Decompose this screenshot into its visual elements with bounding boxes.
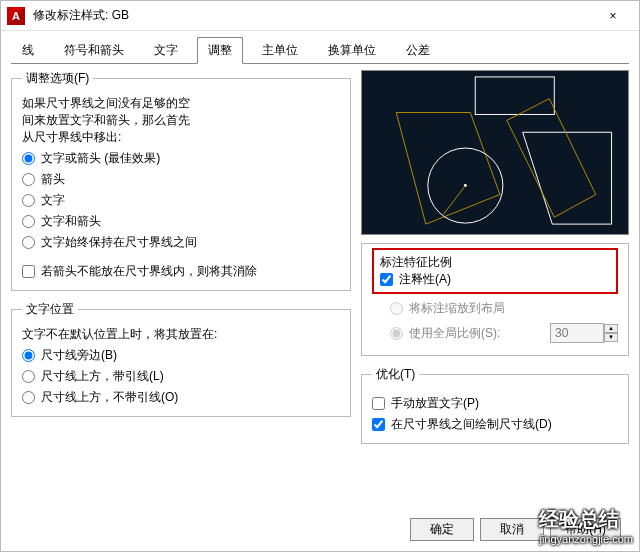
tune-manual-label: 手动放置文字(P): [391, 395, 479, 412]
tab-primary-units[interactable]: 主单位: [251, 37, 309, 64]
scale-radio-layout[interactable]: 将标注缩放到布局: [390, 300, 618, 317]
close-icon: ×: [609, 9, 616, 23]
fit-suppress-arrows-input[interactable]: [22, 265, 35, 278]
tab-alt-units[interactable]: 换算单位: [317, 37, 387, 64]
close-button[interactable]: ×: [593, 2, 633, 30]
fit-options-legend: 调整选项(F): [22, 70, 93, 87]
tabstrip: 线 符号和箭头 文字 调整 主单位 换算单位 公差: [1, 31, 639, 64]
tab-symbols-arrows[interactable]: 符号和箭头: [53, 37, 135, 64]
tab-text[interactable]: 文字: [143, 37, 189, 64]
fit-radio-keep-inside-label: 文字始终保持在尺寸界线之间: [41, 234, 197, 251]
tp-radio-over-leader-input[interactable]: [22, 370, 35, 383]
scale-radio-overall-label: 使用全局比例(S):: [409, 325, 500, 342]
right-column: 标注特征比例 注释性(A) 将标注缩放到布局 使用全局比例(S): ▲ ▼: [361, 70, 629, 454]
dim-preview: [361, 70, 629, 235]
fit-suppress-arrows[interactable]: 若箭头不能放在尺寸界线内，则将其消除: [22, 263, 340, 280]
spinner-buttons: ▲ ▼: [604, 324, 618, 342]
scale-overall-spinner[interactable]: ▲ ▼: [550, 323, 618, 343]
fit-radio-best-input[interactable]: [22, 152, 35, 165]
fit-radio-text-arrows-input[interactable]: [22, 215, 35, 228]
tab-tolerances[interactable]: 公差: [395, 37, 441, 64]
app-logo: A: [7, 7, 25, 25]
fit-radio-text[interactable]: 文字: [22, 192, 340, 209]
fit-radio-best[interactable]: 文字或箭头 (最佳效果): [22, 150, 340, 167]
fit-intro-1: 如果尺寸界线之间没有足够的空: [22, 95, 340, 112]
fit-radio-text-label: 文字: [41, 192, 65, 209]
fit-options-group: 调整选项(F) 如果尺寸界线之间没有足够的空 间来放置文字和箭头，那么首先 从尺…: [11, 70, 351, 291]
scale-annotative[interactable]: 注释性(A): [380, 271, 610, 288]
tp-radio-over-leader[interactable]: 尺寸线上方，带引线(L): [22, 368, 340, 385]
tab-fit[interactable]: 调整: [197, 37, 243, 64]
text-placement-group: 文字位置 文字不在默认位置上时，将其放置在: 尺寸线旁边(B) 尺寸线上方，带引…: [11, 301, 351, 417]
fit-radio-text-arrows[interactable]: 文字和箭头: [22, 213, 340, 230]
tp-radio-beside[interactable]: 尺寸线旁边(B): [22, 347, 340, 364]
scale-group: 标注特征比例 注释性(A) 将标注缩放到布局 使用全局比例(S): ▲ ▼: [361, 243, 629, 356]
tab-line[interactable]: 线: [11, 37, 45, 64]
tune-drawdim[interactable]: 在尺寸界线之间绘制尺寸线(D): [372, 416, 618, 433]
fit-intro-2: 间来放置文字和箭头，那么首先: [22, 112, 340, 129]
fit-radio-arrows-label: 箭头: [41, 171, 65, 188]
help-button[interactable]: 帮助(H): [550, 518, 621, 541]
scale-radio-overall-input: [390, 327, 403, 340]
tuning-group: 优化(T) 手动放置文字(P) 在尺寸界线之间绘制尺寸线(D): [361, 366, 629, 444]
scale-annotative-label: 注释性(A): [399, 271, 451, 288]
tp-radio-beside-input[interactable]: [22, 349, 35, 362]
tune-drawdim-label: 在尺寸界线之间绘制尺寸线(D): [391, 416, 552, 433]
tp-radio-over-noleader[interactable]: 尺寸线上方，不带引线(O): [22, 389, 340, 406]
tune-manual[interactable]: 手动放置文字(P): [372, 395, 618, 412]
tp-radio-over-leader-label: 尺寸线上方，带引线(L): [41, 368, 164, 385]
scale-annotative-input[interactable]: [380, 273, 393, 286]
cancel-button[interactable]: 取消: [480, 518, 544, 541]
fit-suppress-arrows-label: 若箭头不能放在尺寸界线内，则将其消除: [41, 263, 257, 280]
fit-radio-text-input[interactable]: [22, 194, 35, 207]
left-column: 调整选项(F) 如果尺寸界线之间没有足够的空 间来放置文字和箭头，那么首先 从尺…: [11, 70, 351, 454]
window-title: 修改标注样式: GB: [33, 7, 129, 24]
scale-radio-layout-input: [390, 302, 403, 315]
svg-rect-0: [475, 77, 554, 115]
fit-radio-best-label: 文字或箭头 (最佳效果): [41, 150, 160, 167]
preview-svg: [362, 71, 628, 234]
tp-radio-beside-label: 尺寸线旁边(B): [41, 347, 117, 364]
text-placement-intro: 文字不在默认位置上时，将其放置在:: [22, 326, 340, 343]
fit-intro-3: 从尺寸界线中移出:: [22, 129, 340, 146]
fit-radio-arrows[interactable]: 箭头: [22, 171, 340, 188]
ok-button[interactable]: 确定: [410, 518, 474, 541]
spinner-down[interactable]: ▼: [604, 333, 618, 342]
tuning-legend: 优化(T): [372, 366, 419, 383]
scale-radio-layout-label: 将标注缩放到布局: [409, 300, 505, 317]
scale-highlight: 标注特征比例 注释性(A): [372, 248, 618, 294]
fit-radio-text-arrows-label: 文字和箭头: [41, 213, 101, 230]
fit-radio-keep-inside-input[interactable]: [22, 236, 35, 249]
tp-radio-over-noleader-input[interactable]: [22, 391, 35, 404]
scale-overall-input: [550, 323, 604, 343]
titlebar: A 修改标注样式: GB ×: [1, 1, 639, 31]
tune-manual-input[interactable]: [372, 397, 385, 410]
scale-radio-overall[interactable]: 使用全局比例(S):: [390, 325, 500, 342]
spinner-up[interactable]: ▲: [604, 324, 618, 333]
text-placement-legend: 文字位置: [22, 301, 78, 318]
tp-radio-over-noleader-label: 尺寸线上方，不带引线(O): [41, 389, 178, 406]
content-area: 调整选项(F) 如果尺寸界线之间没有足够的空 间来放置文字和箭头，那么首先 从尺…: [1, 64, 639, 460]
fit-radio-arrows-input[interactable]: [22, 173, 35, 186]
tune-drawdim-input[interactable]: [372, 418, 385, 431]
scale-legend: 标注特征比例: [380, 254, 610, 271]
dialog-window: A 修改标注样式: GB × 线 符号和箭头 文字 调整 主单位 换算单位 公差…: [0, 0, 640, 552]
footer-buttons: 确定 取消 帮助(H): [410, 518, 621, 541]
fit-radio-keep-inside[interactable]: 文字始终保持在尺寸界线之间: [22, 234, 340, 251]
